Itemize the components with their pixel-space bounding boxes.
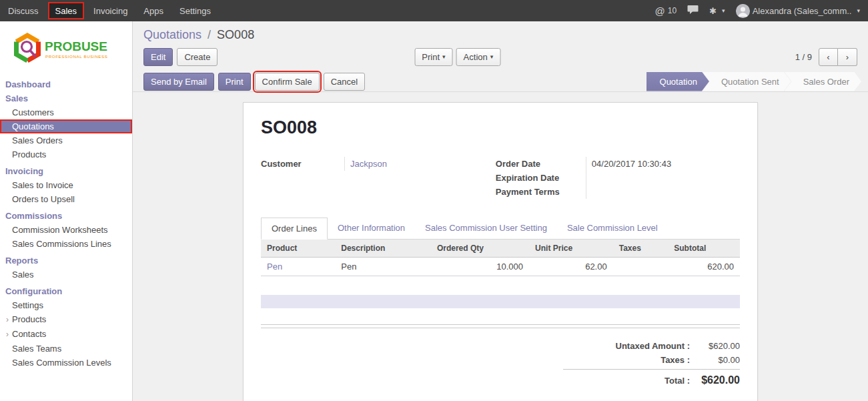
pager-next-button[interactable]: › (838, 48, 857, 66)
sidebar-heading-commissions[interactable]: Commissions (0, 209, 132, 223)
control-panel: Quotations / SO008 Edit Create Print ▾ A… (133, 21, 868, 71)
sidebar-item-label: Products (12, 314, 46, 324)
sidebar-heading-reports[interactable]: Reports (0, 254, 132, 268)
sidebar-item-products[interactable]: Products (0, 147, 132, 161)
tab-sales-commission-user-setting[interactable]: Sales Commission User Setting (415, 218, 557, 240)
empty-highlight-band (261, 295, 740, 308)
top-menu-apps[interactable]: Apps (135, 0, 171, 21)
avatar (736, 4, 750, 18)
sidebar-heading-dashboard[interactable]: Dashboard (0, 77, 132, 91)
status-step-sales-order[interactable]: Sales Order (785, 72, 861, 91)
send-by-email-button[interactable]: Send by Email (143, 73, 214, 91)
create-button[interactable]: Create (177, 48, 218, 66)
taxes-label: Taxes : (563, 355, 690, 365)
payment-terms-label: Payment Terms (496, 185, 586, 199)
form-sheet: SO008 Customer Jackpson Order Date 04/20… (243, 102, 758, 401)
caret-down-icon: ▾ (490, 51, 494, 63)
sidebar-item-sales-teams[interactable]: Sales Teams (0, 342, 132, 356)
sidebar: PROBUSE PROFESSIONAL BUSINESS Dashboard … (0, 21, 133, 401)
chevron-right-icon: › (846, 51, 849, 63)
payment-terms-value (586, 185, 740, 199)
expiration-date-value (586, 171, 740, 185)
breadcrumb-quotations-link[interactable]: Quotations (143, 28, 201, 41)
sidebar-item-label: Contacts (12, 329, 46, 339)
tab-other-information[interactable]: Other Information (328, 218, 415, 240)
caret-down-icon: ▾ (442, 51, 446, 63)
taxes-value: $0.00 (690, 355, 740, 365)
logo-subtitle: PROFESSIONAL BUSINESS (45, 54, 108, 59)
edit-button[interactable]: Edit (143, 48, 173, 66)
subtotal-cell: 620.00 (668, 258, 740, 276)
top-menu-settings[interactable]: Settings (171, 0, 219, 21)
sidebar-item-customers[interactable]: Customers (0, 105, 132, 119)
order-date-value: 04/20/2017 10:30:43 (586, 157, 740, 171)
column-taxes: Taxes (613, 240, 669, 258)
user-menu[interactable]: Alexandra (Sales_comm.. ▾ (736, 4, 860, 18)
cancel-button[interactable]: Cancel (324, 73, 365, 91)
untaxed-amount-value: $620.00 (690, 341, 740, 351)
top-menu-invoicing[interactable]: Invoicing (85, 0, 135, 21)
sidebar-heading-sales[interactable]: Sales (0, 91, 132, 105)
table-header-row: Product Description Ordered Qty Unit Pri… (261, 240, 740, 258)
chevron-left-icon: ‹ (827, 51, 829, 63)
caret-down-icon: ▾ (722, 7, 725, 14)
order-lines-table: Product Description Ordered Qty Unit Pri… (261, 240, 740, 276)
unit-price-cell: 62.00 (529, 258, 613, 276)
status-step-quotation[interactable]: Quotation (646, 72, 709, 91)
at-icon: @ (655, 5, 665, 17)
column-subtotal: Subtotal (668, 240, 740, 258)
taxes-cell (613, 258, 669, 276)
sidebar-item-sales-commissions-lines[interactable]: Sales Commissions Lines (0, 237, 132, 251)
product-link[interactable]: Pen (267, 262, 282, 272)
probuse-logo[interactable]: PROBUSE PROFESSIONAL BUSINESS (0, 21, 132, 75)
sidebar-heading-invoicing[interactable]: Invoicing (0, 164, 132, 178)
total-label: Total : (563, 376, 690, 386)
sidebar-item-orders-to-upsell[interactable]: Orders to Upsell (0, 192, 132, 206)
caret-down-icon: ▾ (857, 7, 860, 14)
field-groups: Customer Jackpson Order Date 04/20/2017 … (261, 157, 740, 199)
top-menu-sales[interactable]: Sales (48, 2, 85, 19)
confirm-sale-button[interactable]: Confirm Sale (255, 73, 320, 91)
separator-lines (261, 324, 740, 328)
sidebar-item-sales-commission-levels[interactable]: Sales Commission Levels (0, 356, 132, 370)
statusbar: Send by Email Print Confirm Sale Cancel … (133, 71, 868, 92)
sidebar-item-sales-orders[interactable]: Sales Orders (0, 133, 132, 147)
user-name: Alexandra (Sales_comm.. (753, 6, 852, 16)
pager: 1 / 9 ‹ › (795, 48, 857, 66)
chevron-right-icon: › (6, 330, 11, 340)
sidebar-item-commission-worksheets[interactable]: Commission Worksheets (0, 223, 132, 237)
messages-button[interactable] (687, 5, 699, 17)
untaxed-amount-label: Untaxed Amount : (563, 341, 690, 351)
tab-order-lines[interactable]: Order Lines (261, 218, 328, 240)
breadcrumb-current: SO008 (217, 28, 254, 41)
top-menu-discuss[interactable]: Discuss (0, 0, 47, 21)
customer-link[interactable]: Jackpson (350, 159, 387, 169)
sidebar-item-settings[interactable]: Settings (0, 298, 132, 312)
tab-sale-commission-level[interactable]: Sale Commission Level (557, 218, 668, 240)
pager-prev-button[interactable]: ‹ (819, 48, 838, 66)
print-menu-button[interactable]: Print ▾ (414, 48, 452, 66)
print-menu-label: Print (422, 51, 440, 63)
inbox-button[interactable]: @ 10 (655, 5, 677, 17)
column-ordered-qty: Ordered Qty (431, 240, 529, 258)
action-menu-button[interactable]: Action ▾ (456, 48, 501, 66)
sidebar-item-reports-sales[interactable]: Sales (0, 268, 132, 282)
print-button[interactable]: Print (218, 73, 251, 91)
debug-menu-button[interactable]: ✱ ▾ (709, 6, 725, 16)
expiration-date-label: Expiration Date (496, 171, 586, 185)
sidebar-item-sales-to-invoice[interactable]: Sales to Invoice (0, 178, 132, 192)
totals-block: Untaxed Amount : $620.00 Taxes : $0.00 T… (563, 339, 740, 388)
sidebar-item-quotations[interactable]: Quotations (0, 119, 132, 133)
sidebar-item-contacts[interactable]: ›Contacts (0, 327, 132, 342)
top-navbar: Discuss Sales Invoicing Apps Settings @ … (0, 0, 868, 21)
notebook-tabs: Order Lines Other Information Sales Comm… (261, 218, 740, 240)
sidebar-item-config-products[interactable]: ›Products (0, 312, 132, 327)
column-description: Description (335, 240, 431, 258)
status-step-quotation-sent[interactable]: Quotation Sent (703, 72, 791, 91)
sidebar-heading-configuration[interactable]: Configuration (0, 284, 132, 298)
order-line-row[interactable]: Pen Pen 10.000 62.00 620.00 (261, 258, 740, 276)
pager-value: 1 / 9 (795, 52, 812, 62)
topbar-right: @ 10 ✱ ▾ Alexandra (Sales_comm.. ▾ (655, 0, 868, 21)
content-area: SO008 Customer Jackpson Order Date 04/20… (133, 92, 868, 401)
record-title: SO008 (261, 117, 740, 138)
